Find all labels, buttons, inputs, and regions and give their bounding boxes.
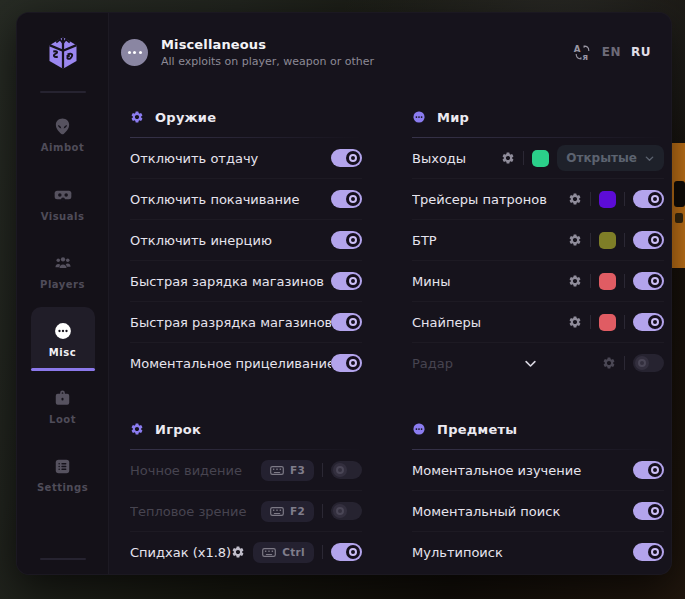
feature-row: Быстрая разрядка магазинов <box>130 301 362 342</box>
section-rows: Ночное видениеF3Тепловое зрениеF2Спидхак… <box>130 450 362 572</box>
feature-row: Спидхак (x1.8)Ctrl <box>130 531 362 572</box>
row-label: БТР <box>412 233 568 248</box>
color-swatch[interactable] <box>532 150 549 167</box>
hotkey-badge[interactable]: F3 <box>261 460 314 481</box>
toggle-knob <box>648 315 662 329</box>
background-sign-mark <box>674 181 685 207</box>
row-controls: Ctrl <box>231 542 362 563</box>
sidebar-item-settings[interactable]: Settings <box>31 443 95 507</box>
sidebar-item-label: Aimbot <box>41 142 84 153</box>
toggle-switch[interactable] <box>633 354 664 372</box>
toggle-switch[interactable] <box>331 502 362 520</box>
section-Мир: МирВыходыОткрытыеТрейсеры патроновБТРМин… <box>412 97 664 383</box>
toggle-knob <box>635 356 649 370</box>
toggle-switch[interactable] <box>633 461 664 479</box>
toggle-switch[interactable] <box>633 543 664 561</box>
hotkey-label: Ctrl <box>282 546 305 558</box>
row-label: Мины <box>412 274 568 289</box>
dropdown-value: Открытые <box>566 151 637 165</box>
page-title: Miscellaneous <box>161 37 573 52</box>
control-separator <box>624 233 625 247</box>
row-controls <box>523 354 664 372</box>
hotkey-label: F2 <box>290 505 305 517</box>
toggle-switch[interactable] <box>331 272 362 290</box>
sidebar-item-label: Settings <box>37 482 88 493</box>
toggle-switch[interactable] <box>633 313 664 331</box>
toggle-knob <box>333 504 347 518</box>
sidebar-item-loot[interactable]: Loot <box>31 375 95 439</box>
sidebar-item-misc[interactable]: Misc <box>31 307 95 371</box>
row-label: Моментальный поиск <box>412 504 633 519</box>
hotkey-badge[interactable]: Ctrl <box>253 542 314 563</box>
row-label: Ночное видение <box>130 463 261 478</box>
feature-row: Отключить отдачу <box>130 138 362 178</box>
control-separator <box>624 192 625 206</box>
row-settings-gear-icon[interactable] <box>568 315 582 329</box>
expand-chevron-icon[interactable] <box>523 356 538 371</box>
feature-row: Быстрая зарядка магазинов <box>130 260 362 301</box>
row-controls <box>633 461 664 479</box>
row-label: Выходы <box>412 151 501 166</box>
control-separator <box>322 463 323 477</box>
toggle-knob <box>346 192 360 206</box>
color-swatch[interactable] <box>599 191 616 208</box>
toggle-switch[interactable] <box>633 502 664 520</box>
toggle-switch[interactable] <box>633 190 664 208</box>
row-settings-gear-icon[interactable] <box>568 274 582 288</box>
toggle-switch[interactable] <box>331 190 362 208</box>
row-controls <box>568 313 664 331</box>
row-label: Снайперы <box>412 315 568 330</box>
toggle-knob <box>333 463 347 477</box>
sidebar-item-visuals[interactable]: Visuals <box>31 171 95 235</box>
control-separator <box>590 274 591 288</box>
row-controls: F2 <box>261 501 362 522</box>
color-swatch[interactable] <box>599 314 616 331</box>
toggle-switch[interactable] <box>331 461 362 479</box>
cube-logo-icon <box>45 35 81 71</box>
row-controls <box>331 149 362 167</box>
feature-row: БТР <box>412 219 664 260</box>
feature-row: ВыходыОткрытые <box>412 138 664 178</box>
row-controls <box>633 543 664 561</box>
main-panel: Miscellaneous All exploits on player, we… <box>109 13 671 574</box>
row-settings-gear-icon[interactable] <box>231 545 245 559</box>
section-header: Игрок <box>130 409 362 449</box>
control-separator <box>624 315 625 329</box>
list-icon <box>53 457 72 476</box>
row-settings-gear-icon[interactable] <box>568 233 582 247</box>
row-label: Моментальное изучение <box>412 463 633 478</box>
toggle-switch[interactable] <box>633 231 664 249</box>
section-title: Мир <box>437 110 469 125</box>
toggle-switch[interactable] <box>331 354 362 372</box>
color-swatch[interactable] <box>599 273 616 290</box>
sidebar-item-players[interactable]: Players <box>31 239 95 303</box>
color-swatch[interactable] <box>599 232 616 249</box>
sidebar-item-aimbot[interactable]: Aimbot <box>31 103 95 167</box>
row-controls <box>331 272 362 290</box>
row-settings-gear-icon[interactable] <box>501 151 515 165</box>
toggle-switch[interactable] <box>331 149 362 167</box>
toggle-knob <box>648 463 662 477</box>
page-subtitle: All exploits on player, weapon or other <box>161 55 573 68</box>
toggle-switch[interactable] <box>633 272 664 290</box>
toggle-switch[interactable] <box>331 543 362 561</box>
section-title: Оружие <box>155 110 216 125</box>
feature-row: Трейсеры патронов <box>412 178 664 219</box>
section-rows: ВыходыОткрытыеТрейсеры патроновБТРМиныСн… <box>412 138 664 383</box>
section-Оружие: ОружиеОтключить отдачуОтключить покачива… <box>130 97 362 383</box>
dropdown-select[interactable]: Открытые <box>557 145 664 171</box>
row-label: Быстрая разрядка магазинов <box>130 315 331 330</box>
toggle-switch[interactable] <box>331 313 362 331</box>
row-controls <box>568 272 664 290</box>
lang-ru-button[interactable]: RU <box>631 45 651 59</box>
control-separator <box>590 315 591 329</box>
lang-en-button[interactable]: EN <box>602 45 621 59</box>
sidebar-divider <box>40 558 86 560</box>
feature-row: Тепловое зрениеF2 <box>130 490 362 531</box>
row-settings-gear-icon[interactable] <box>602 356 616 370</box>
toggle-knob <box>648 545 662 559</box>
toggle-switch[interactable] <box>331 231 362 249</box>
hotkey-badge[interactable]: F2 <box>261 501 314 522</box>
feature-row: Снайперы <box>412 301 664 342</box>
row-settings-gear-icon[interactable] <box>568 192 582 206</box>
